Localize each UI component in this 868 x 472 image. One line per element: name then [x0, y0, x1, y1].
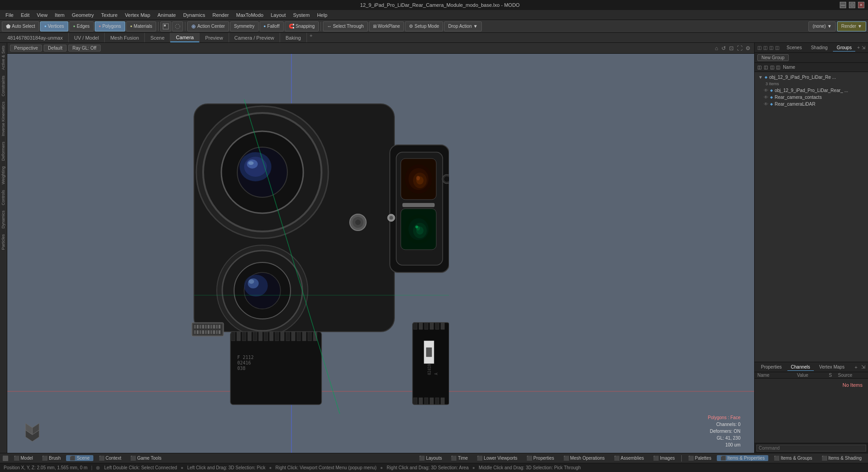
scene-tree-root[interactable]: ▼ ◆ obj_12_9_iPad_Pro_LiDar_Re ... [755, 74, 868, 81]
action-center-button[interactable]: ⊕ Action Center [187, 21, 229, 31]
scene-panel-add[interactable]: + [857, 45, 860, 50]
images-button[interactable]: ⬛ Images [649, 455, 679, 461]
drop-action-button[interactable]: Drop Action ▼ [444, 21, 482, 31]
workplane-button[interactable]: ⊞ WorkPlane [369, 21, 404, 31]
scene-panel-expand[interactable]: ⇲ [862, 45, 865, 50]
tree-icon-2[interactable]: ◫ [764, 65, 768, 70]
items-properties-button[interactable]: ⬛ Items & Properties [717, 455, 768, 461]
items-groups-button[interactable]: ⬛ Items & Groups [770, 455, 816, 461]
new-group-button[interactable]: New Group [757, 54, 789, 61]
scene-tree-child-1[interactable]: 👁 ◆ obj_12_9_iPad_Pro_LiDar_Rear_ ... [755, 87, 868, 94]
setup-mode-button[interactable]: ⚙ Setup Mode [405, 21, 443, 31]
scene-tree-child-2[interactable]: 👁 ◆ Rear_camera_contacts [755, 94, 868, 101]
scenes-tab[interactable]: Scenes [783, 44, 805, 51]
menu-vertexmap[interactable]: Vertex Map [121, 11, 154, 19]
props-expand-button[interactable]: ⇲ [861, 364, 865, 370]
menu-render[interactable]: Render [209, 11, 232, 19]
menu-system[interactable]: System [289, 11, 313, 19]
perspective-button[interactable]: Perspective [10, 45, 42, 51]
scene-panel-icon-2[interactable]: ◫ [763, 45, 767, 50]
scene-tree-child-3[interactable]: 👁 ◆ Rear_cameraLiDAR [755, 101, 868, 108]
menu-dynamics[interactable]: Dynamics [179, 11, 209, 19]
command-input[interactable] [756, 445, 866, 451]
properties-button[interactable]: ⬛ Properties [523, 455, 558, 461]
tab-unmax[interactable]: 481467803184ay-unmax [2, 33, 69, 42]
close-button[interactable]: ✕ [858, 2, 864, 8]
game-tools-button[interactable]: ⬛ Game Tools [127, 455, 165, 461]
model-button[interactable]: ⬛ Model [10, 455, 36, 461]
vertices-button[interactable]: ● Vertices [40, 21, 68, 31]
tree-icon-1[interactable]: ◫ [757, 65, 761, 70]
channels-tab[interactable]: Channels [787, 364, 814, 371]
props-add-button[interactable]: + [855, 364, 858, 370]
none-dropdown[interactable]: (none) ▼ [808, 21, 836, 31]
menu-view[interactable]: View [33, 11, 51, 19]
viewport-3d[interactable]: F 2112 02416 038 0241 [7, 54, 754, 453]
vp-icon-home[interactable]: ⌂ [714, 45, 719, 52]
tab-scene[interactable]: Scene [145, 33, 170, 42]
assemblies-button[interactable]: ⬛ Assemblies [610, 455, 648, 461]
falloff-button[interactable]: ● Falloff [260, 21, 284, 31]
materials-button[interactable]: ● Materials [126, 21, 156, 31]
layouts-button[interactable]: ⬛ Layouts [415, 455, 445, 461]
shading-tab[interactable]: Shading [807, 44, 832, 51]
select-mode-2[interactable] [172, 21, 183, 31]
vp-icon-fullscreen[interactable]: ⛶ [736, 45, 743, 52]
menu-texture[interactable]: Texture [97, 11, 121, 19]
sidebar-weighting[interactable]: Weighting [0, 164, 7, 187]
sidebar-active-sets[interactable]: Active & Sets [0, 43, 7, 73]
items-shading-button[interactable]: ⬛ Items & Shading [818, 455, 865, 461]
scene-button[interactable]: ⬛ Scene [66, 455, 93, 461]
tree-icon-3[interactable]: ◫ [770, 65, 774, 70]
groups-tab[interactable]: Groups [833, 44, 855, 51]
default-style-button[interactable]: Default [44, 45, 66, 51]
properties-tab[interactable]: Properties [757, 364, 786, 370]
snapping-button[interactable]: 🧲 Snapping [285, 21, 319, 31]
render-button[interactable]: Render ▼ [837, 21, 866, 31]
minimize-button[interactable]: — [840, 2, 846, 8]
time-button[interactable]: ⬛ Time [447, 455, 471, 461]
scene-panel-icon-1[interactable]: ◫ [757, 45, 761, 50]
tab-baking[interactable]: Baking [280, 33, 307, 42]
tab-uv-model[interactable]: UV / Model [69, 33, 105, 42]
menu-file[interactable]: File [2, 11, 17, 19]
sidebar-dynamics[interactable]: Dynamics [0, 208, 7, 231]
vp-icon-zoom-fit[interactable]: ⊡ [728, 45, 735, 52]
corner-navigation-cube[interactable] [21, 421, 44, 444]
menu-item[interactable]: Item [51, 11, 68, 19]
window-controls[interactable]: — □ ✕ [840, 2, 864, 8]
sidebar-constraints[interactable]: Constraints [0, 73, 7, 99]
edges-button[interactable]: ● Edges [69, 21, 94, 31]
symmetry-button[interactable]: Symmetry [230, 21, 259, 31]
vertex-maps-tab[interactable]: Vertex Maps [816, 364, 848, 370]
scene-panel-icon-3[interactable]: ◫ [769, 45, 773, 50]
brush-button[interactable]: ⬛ Brush [38, 455, 64, 461]
tree-icon-4[interactable]: ◫ [776, 65, 780, 70]
select-mode-1[interactable] [160, 21, 171, 31]
select-through-button[interactable]: ↔ Select Through [323, 21, 368, 31]
vp-icon-settings[interactable]: ⚙ [745, 45, 751, 52]
menu-layout[interactable]: Layout [267, 11, 289, 19]
sidebar-deformers[interactable]: Deformers [0, 139, 7, 164]
sidebar-inverse-kinematics[interactable]: Inverse Kinematics [0, 99, 7, 139]
palettes-button[interactable]: ⬛ Palettes [684, 455, 715, 461]
vp-icon-refresh[interactable]: ↺ [720, 45, 727, 52]
raygl-button[interactable]: Ray GL: Off [68, 45, 101, 51]
sidebar-particles[interactable]: Particles [0, 231, 7, 253]
context-button[interactable]: ⬛ Context [95, 455, 125, 461]
scene-panel-icon-4[interactable]: ◫ [775, 45, 779, 50]
menu-geometry[interactable]: Geometry [68, 11, 97, 19]
sidebar-controls[interactable]: Controls [0, 187, 7, 208]
auto-select-button[interactable]: ⬟ Auto Select [2, 21, 39, 31]
menu-animate[interactable]: Animate [154, 11, 179, 19]
maximize-button[interactable]: □ [849, 2, 855, 8]
tab-preview[interactable]: Preview [199, 33, 229, 42]
tab-add-button[interactable]: + [307, 33, 315, 42]
mesh-operations-button[interactable]: ⬛ Mesh Operations [560, 455, 608, 461]
polygons-button[interactable]: ● Polygons [95, 21, 125, 31]
menu-edit[interactable]: Edit [17, 11, 33, 19]
tab-camera-preview[interactable]: Camera / Preview [229, 33, 280, 42]
menu-maxtomodo[interactable]: MaxToModo [233, 11, 267, 19]
menu-help[interactable]: Help [313, 11, 331, 19]
lower-viewports-button[interactable]: ⬛ Lower Viewports [473, 455, 521, 461]
